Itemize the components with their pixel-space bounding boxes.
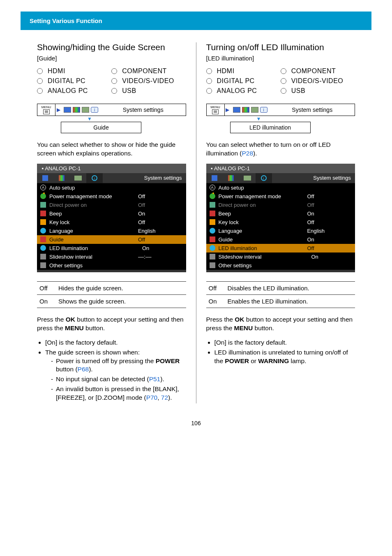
- page-number: 106: [0, 420, 392, 426]
- arrow-right-icon: ▶: [55, 107, 61, 113]
- radio-icon: [206, 88, 212, 94]
- osd-row-value: ▶On: [307, 254, 352, 260]
- osd-row-value: Off: [138, 193, 183, 199]
- input-list: HDMI COMPONENT DIGITAL PC VIDEO/S-VIDEO …: [37, 67, 186, 95]
- input-label: HDMI: [48, 67, 65, 75]
- input-list: HDMI COMPONENT DIGITAL PC VIDEO/S-VIDEO …: [206, 67, 355, 95]
- page-link[interactable]: P51: [149, 375, 161, 382]
- radio-icon: [37, 78, 43, 84]
- option-desc: Shows the guide screen.: [56, 294, 186, 308]
- osd-row: AAuto setup: [37, 183, 186, 192]
- radio-icon: [281, 78, 286, 84]
- osd-row-icon: [40, 211, 46, 216]
- tab-icon: [233, 107, 240, 113]
- osd-row-label: LED illumination: [219, 245, 304, 251]
- osd-row-icon: [40, 228, 46, 234]
- radio-icon: [281, 88, 286, 94]
- page-link[interactable]: P70: [146, 394, 158, 401]
- osd-row: LanguageEnglish: [37, 227, 186, 235]
- osd-row-icon: [210, 254, 215, 259]
- osd-row-value: On: [307, 211, 352, 217]
- osd-screenshot: ▪ ANALOG PC-1 i System settings AAuto se…: [206, 164, 355, 272]
- bracket-label: [LED illumination]: [206, 55, 355, 62]
- radio-icon: [37, 68, 43, 74]
- section-title: Turning on/off LED Illumination: [206, 42, 355, 52]
- osd-screenshot: ▪ ANALOG PC-1 i System settings AAuto se…: [37, 164, 186, 272]
- osd-row: AAuto setup: [206, 183, 355, 192]
- osd-row-label: Slideshow interval: [49, 254, 135, 260]
- osd-row-value: Off: [307, 202, 352, 208]
- osd-row-label: Language: [219, 228, 304, 234]
- radio-icon: [281, 68, 286, 74]
- osd-source: ▪ ANALOG PC-1: [206, 164, 355, 173]
- page-link[interactable]: P28: [242, 150, 254, 157]
- osd-row-label: Language: [49, 228, 135, 234]
- osd-row-label: Guide: [49, 236, 135, 243]
- osd-row-icon: [40, 193, 46, 199]
- option-desc: Disables the LED illumination.: [225, 281, 355, 294]
- intro-text: You can select whether to turn on or off…: [206, 141, 355, 158]
- osd-row-value: ––:––: [138, 254, 183, 260]
- input-label: VIDEO/S-VIDEO: [122, 77, 174, 85]
- bracket-label: [Guide]: [37, 55, 186, 62]
- osd-row: LED illuminationOff: [206, 244, 355, 253]
- input-label: USB: [291, 87, 305, 95]
- osd-row-label: Beep: [219, 211, 304, 217]
- osd-row-value: Off: [307, 219, 352, 225]
- option-key: Off: [37, 281, 56, 294]
- tab-icon: [242, 107, 249, 113]
- osd-row: Direct power onOff: [206, 201, 355, 209]
- right-column: Turning on/off LED Illumination [LED ill…: [198, 42, 364, 403]
- osd-row: GuideOff: [37, 235, 186, 244]
- osd-row-label: Slideshow interval: [219, 254, 304, 260]
- breadcrumb: MENU ▶ i System settings ▼ LED illuminat…: [206, 104, 355, 133]
- osd-row-label: Other settings: [49, 262, 135, 269]
- osd-row-icon: [40, 202, 46, 208]
- osd-row: Slideshow interval▶On: [206, 253, 355, 261]
- osd-row-icon: [40, 219, 46, 225]
- tab-icon: [73, 107, 80, 113]
- osd-row-icon: [40, 254, 46, 259]
- radio-icon: [206, 68, 212, 74]
- page-link[interactable]: P68: [78, 366, 89, 373]
- osd-row-value: On: [138, 211, 183, 217]
- osd-row-icon: [210, 228, 215, 234]
- osd-row: Power management modeOff: [206, 192, 355, 201]
- tab-icon: [82, 107, 89, 113]
- input-label: ANALOG PC: [217, 87, 257, 95]
- list-item: No input signal can be detected (P51).: [51, 375, 186, 384]
- radio-icon: [111, 88, 117, 94]
- osd-row-label: Direct power on: [49, 202, 135, 208]
- page-link[interactable]: 72: [161, 394, 168, 401]
- input-label: DIGITAL PC: [217, 77, 255, 85]
- list-item: [On] is the factory default.: [214, 338, 355, 347]
- osd-row-icon: A: [210, 185, 215, 190]
- osd-tab-icon: i: [261, 175, 267, 181]
- osd-row-icon: [210, 219, 215, 225]
- breadcrumb-label: System settings: [101, 104, 186, 115]
- input-label: HDMI: [217, 67, 235, 75]
- osd-row-icon: [210, 202, 215, 208]
- input-label: COMPONENT: [122, 67, 167, 75]
- option-key: On: [37, 294, 56, 308]
- osd-tab-icon: i: [92, 175, 97, 181]
- osd-row-icon: A: [40, 185, 46, 190]
- info-icon: i: [91, 107, 98, 113]
- osd-row-label: Key lock: [49, 219, 135, 225]
- osd-row: Key lockOff: [37, 218, 186, 227]
- radio-icon: [37, 88, 43, 94]
- tab-icon: [64, 107, 71, 113]
- osd-tab-icon: [59, 175, 65, 181]
- osd-tab-icon: [212, 175, 217, 181]
- tab-icon: [251, 107, 258, 113]
- intro-text: You can select whether to show or hide t…: [37, 141, 186, 158]
- option-key: Off: [206, 281, 225, 294]
- osd-row-value: Off: [307, 193, 352, 199]
- list-item: [On] is the factory default.: [45, 338, 186, 347]
- radio-icon: [111, 78, 117, 84]
- breadcrumb-leaf: Guide: [61, 122, 141, 133]
- breadcrumb-label: System settings: [270, 104, 355, 115]
- osd-row: BeepOn: [206, 209, 355, 218]
- osd-row: Power management modeOff: [37, 192, 186, 201]
- option-desc: Enables the LED illumination.: [225, 294, 355, 308]
